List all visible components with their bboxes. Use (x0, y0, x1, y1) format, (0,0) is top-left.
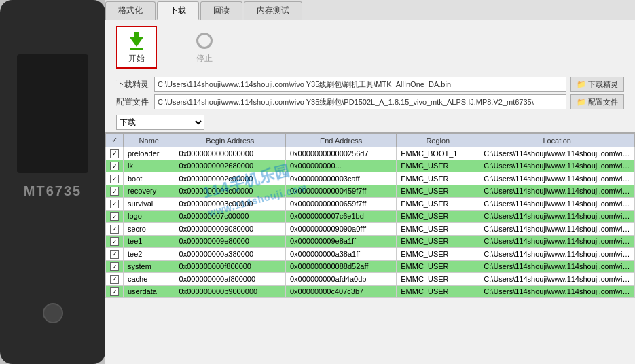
row-begin: 0x000000000a380000 (175, 248, 285, 261)
row-location: C:\Users\114shouji\www.114shouji.com\viv… (479, 172, 635, 185)
row-region: EMMC_USER (397, 260, 479, 273)
table-row: logo0x000000007c000000x0000000007c6e1bdE… (106, 210, 635, 223)
row-location: C:\Users\114shouji\www.114shouji.com\viv… (479, 260, 635, 273)
row-begin: 0x000000000f800000 (175, 260, 285, 273)
stop-icon (194, 30, 215, 52)
main-area: 格式化 下载 回读 内存测试 开始 停止 下载精灵 (105, 0, 635, 364)
phone-screen (17, 54, 88, 173)
form-section: 下载精灵 📁 下载精灵 配置文件 📁 配置文件 (105, 74, 635, 112)
row-checkbox[interactable] (106, 285, 124, 298)
row-name: recovery (124, 185, 175, 198)
row-checkbox[interactable] (106, 273, 124, 286)
table-row: recovery0x0000000003c000000x000000000004… (106, 185, 635, 198)
row-begin: 0x0000000000000000 (175, 147, 285, 160)
table-row: survival0x0000000003c000000x000000000006… (106, 198, 635, 211)
row-end: 0x00000000c407c3b7 (285, 285, 396, 298)
row-checkbox[interactable] (106, 248, 124, 261)
row-end: 0x000000000088d52aff (285, 260, 396, 273)
row-region: EMMC_USER (397, 210, 479, 223)
row-name: preloader (124, 147, 175, 160)
row-checkbox[interactable] (106, 185, 124, 198)
row-name: tee1 (124, 235, 175, 248)
stop-button[interactable]: 停止 (184, 30, 225, 65)
tab-memory-test[interactable]: 内存测试 (244, 1, 302, 20)
table-header-row: ✓ Name Begin Address End Address Region … (106, 134, 635, 147)
download-wizard-label: 下载精灵 (116, 79, 150, 90)
toolbar: 开始 停止 (105, 20, 635, 74)
row-region: EMMC_USER (397, 172, 479, 185)
phone-panel: MT6735 (0, 0, 105, 364)
row-location: C:\Users\114shouji\www.114shouji.com\viv… (479, 273, 635, 286)
row-region: EMMC_USER (397, 285, 479, 298)
partition-table-container: ✓ Name Begin Address End Address Region … (105, 132, 635, 364)
row-begin: 0x0000000003c00000 (175, 198, 285, 211)
row-end: 0x000000000... (285, 160, 396, 172)
row-checkbox[interactable] (106, 210, 124, 223)
row-checkbox[interactable] (106, 198, 124, 211)
row-end: 0x00000000000459f7ff (285, 185, 396, 198)
table-row: userdata0x000000000b90000000x00000000c40… (106, 285, 635, 298)
download-wizard-button[interactable]: 📁 下载精灵 (570, 77, 624, 92)
start-button[interactable]: 开始 (116, 26, 157, 69)
folder-icon: 📁 (577, 80, 586, 89)
row-name: tee2 (124, 248, 175, 261)
row-checkbox[interactable] (106, 223, 124, 236)
row-checkbox[interactable] (106, 235, 124, 248)
config-file-input[interactable] (154, 94, 566, 109)
row-location: C:\Users\114shouji\www.114shouji.com\viv… (479, 235, 635, 248)
row-region: EMMC_USER (397, 235, 479, 248)
row-name: lk (124, 160, 175, 172)
row-location: C:\Users\114shouji\www.114shouji.com\viv… (479, 160, 635, 172)
row-location: C:\Users\114shouji\www.114shouji.com\viv… (479, 147, 635, 160)
table-row: secro0x00000000090800000x0000000009090a0… (106, 223, 635, 236)
row-begin: 0x0000000009080000 (175, 223, 285, 236)
row-region: EMMC_USER (397, 248, 479, 261)
row-checkbox[interactable] (106, 160, 124, 172)
download-wizard-row: 下载精灵 📁 下载精灵 (116, 77, 624, 92)
row-checkbox[interactable] (106, 260, 124, 273)
tab-readback[interactable]: 回读 (200, 1, 242, 20)
stop-label: 停止 (196, 53, 213, 65)
row-name: system (124, 260, 175, 273)
folder-icon2: 📁 (577, 98, 586, 107)
table-row: lk0x00000000026800000x000000000...EMMC_U… (106, 160, 635, 172)
download-wizard-input[interactable] (154, 77, 566, 92)
row-name: cache (124, 273, 175, 286)
config-file-button[interactable]: 📁 配置文件 (570, 94, 624, 109)
row-location: C:\Users\114shouji\www.114shouji.com\viv… (479, 198, 635, 211)
row-location: C:\Users\114shouji\www.114shouji.com\viv… (479, 210, 635, 223)
row-end: 0x000000000a38a1ff (285, 248, 396, 261)
row-region: EMMC_BOOT_1 (397, 147, 479, 160)
row-end: 0x0000000007c6e1bd (285, 210, 396, 223)
row-checkbox[interactable] (106, 172, 124, 185)
row-region: EMMC_USER (397, 185, 479, 198)
download-mode-select[interactable]: 下载 格式化下载 仅格式化 (116, 115, 204, 130)
tab-download[interactable]: 下载 (157, 1, 199, 20)
row-end: 0x000000009e8a1ff (285, 235, 396, 248)
row-region: EMMC_USER (397, 223, 479, 236)
row-begin: 0x000000000b9000000 (175, 285, 285, 298)
row-begin: 0x0000000002680000 (175, 160, 285, 172)
table-row: preloader0x00000000000000000x00000000000… (106, 147, 635, 160)
row-location: C:\Users\114shouji\www.114shouji.com\viv… (479, 248, 635, 261)
col-name: Name (124, 134, 175, 147)
col-check: ✓ (106, 134, 124, 147)
row-region: EMMC_USER (397, 198, 479, 211)
row-end: 0x000000000afd4a0db (285, 273, 396, 286)
row-name: secro (124, 223, 175, 236)
row-checkbox[interactable] (106, 147, 124, 160)
row-region: EMMC_USER (397, 160, 479, 172)
start-icon (126, 30, 147, 52)
row-end: 0x00000000000659f7ff (285, 198, 396, 211)
tab-format[interactable]: 格式化 (105, 1, 156, 20)
phone-home-button (43, 303, 63, 323)
table-row: cache0x000000000af8000000x000000000afd4a… (106, 273, 635, 286)
col-begin: Begin Address (175, 134, 285, 147)
row-location: C:\Users\114shouji\www.114shouji.com\viv… (479, 223, 635, 236)
col-end: End Address (285, 134, 396, 147)
table-row: tee10x000000009e800000x000000009e8a1ffEM… (106, 235, 635, 248)
config-file-btn-label: 配置文件 (588, 97, 618, 107)
download-wizard-btn-label: 下载精灵 (588, 79, 618, 90)
table-row: system0x000000000f8000000x000000000088d5… (106, 260, 635, 273)
col-location: Location (479, 134, 635, 147)
